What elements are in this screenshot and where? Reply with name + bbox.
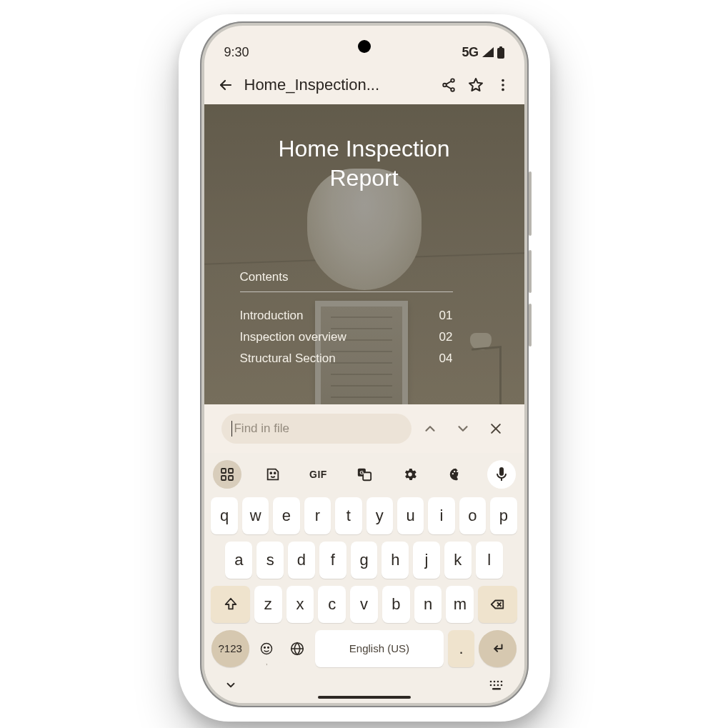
svg-rect-0: [497, 48, 504, 59]
settings-icon[interactable]: [396, 460, 424, 489]
signal-icon: [482, 46, 494, 58]
document-title: Home Inspection Report: [204, 134, 524, 194]
sticker-icon[interactable]: [259, 460, 287, 489]
palette-icon[interactable]: [442, 460, 470, 489]
more-icon[interactable]: [494, 76, 512, 94]
key-j[interactable]: j: [413, 542, 440, 579]
toc-row[interactable]: Introduction 01: [240, 305, 453, 326]
document-viewport[interactable]: Home Inspection Report Contents Introduc…: [204, 104, 524, 404]
contents-heading: Contents: [240, 270, 453, 292]
svg-point-24: [264, 647, 266, 648]
text-cursor: [231, 421, 233, 437]
key-backspace[interactable]: [478, 586, 517, 623]
key-f[interactable]: f: [319, 542, 346, 579]
svg-point-20: [457, 470, 458, 472]
star-icon[interactable]: [467, 76, 484, 94]
apps-icon[interactable]: [213, 460, 241, 489]
collapse-keyboard-icon[interactable]: [224, 679, 237, 692]
volume-up-button[interactable]: [529, 250, 532, 293]
key-u[interactable]: u: [397, 497, 424, 534]
svg-rect-22: [499, 467, 504, 476]
battery-icon: [497, 46, 504, 59]
svg-rect-9: [229, 469, 233, 473]
svg-point-18: [452, 472, 453, 474]
key-period[interactable]: .: [448, 630, 474, 667]
key-p[interactable]: p: [490, 497, 517, 534]
toc-page: 01: [439, 309, 453, 323]
status-time: 9:30: [224, 45, 249, 60]
key-z[interactable]: z: [254, 586, 282, 623]
keyboard-row-1: q w e r t y u i o p: [211, 497, 517, 534]
key-s[interactable]: s: [256, 542, 284, 579]
key-o[interactable]: o: [459, 497, 486, 534]
mic-icon[interactable]: [487, 460, 516, 489]
key-r[interactable]: r: [304, 497, 331, 534]
svg-point-29: [497, 680, 499, 682]
svg-point-19: [453, 470, 454, 472]
toc-row[interactable]: Inspection overview 02: [240, 326, 453, 348]
share-icon[interactable]: [440, 76, 457, 94]
keyboard-row-2: a s d f g h j k l: [211, 542, 517, 579]
find-prev-button[interactable]: [416, 414, 444, 443]
svg-point-13: [274, 472, 275, 474]
key-l[interactable]: l: [476, 542, 503, 579]
keyboard-switch-icon[interactable]: [489, 679, 504, 691]
key-space[interactable]: English (US): [315, 630, 444, 667]
back-icon[interactable]: [217, 76, 234, 94]
key-d[interactable]: d: [288, 542, 315, 579]
key-i[interactable]: i: [428, 497, 454, 534]
key-x[interactable]: x: [286, 586, 314, 623]
svg-rect-10: [221, 476, 226, 480]
key-q[interactable]: q: [211, 497, 237, 534]
status-right: 5G: [462, 45, 504, 60]
key-shift[interactable]: [211, 586, 249, 623]
key-k[interactable]: k: [444, 542, 472, 579]
find-input-wrap[interactable]: [221, 414, 412, 444]
svg-point-21: [458, 472, 459, 474]
key-enter[interactable]: [479, 630, 517, 667]
key-b[interactable]: b: [382, 586, 410, 623]
key-c[interactable]: c: [318, 586, 346, 623]
key-emoji[interactable]: ,: [254, 630, 280, 667]
gif-icon[interactable]: GIF: [304, 460, 333, 489]
svg-point-5: [502, 79, 504, 82]
key-y[interactable]: y: [367, 497, 393, 534]
svg-rect-8: [221, 469, 226, 473]
key-e[interactable]: e: [273, 497, 299, 534]
translate-icon[interactable]: G: [350, 460, 379, 489]
power-button[interactable]: [529, 171, 532, 236]
toc-row[interactable]: Structural Section 04: [240, 348, 453, 369]
find-next-button[interactable]: [449, 414, 477, 443]
find-input[interactable]: [234, 422, 401, 436]
find-close-button[interactable]: [482, 414, 510, 443]
toc-page: 02: [439, 330, 453, 344]
toc-label: Inspection overview: [240, 330, 346, 344]
toc-page: 04: [439, 351, 453, 366]
svg-point-32: [493, 684, 495, 686]
key-globe[interactable]: [284, 630, 311, 667]
svg-point-6: [502, 84, 504, 86]
home-indicator[interactable]: [318, 696, 411, 699]
status-network: 5G: [462, 45, 478, 60]
phone-frame: 9:30 5G Home_Inspection...: [200, 21, 529, 707]
keyboard-row-3: z x c v b n m: [211, 586, 517, 623]
volume-down-button[interactable]: [529, 304, 532, 346]
app-bar: Home_Inspection...: [204, 66, 524, 104]
key-t[interactable]: t: [335, 497, 361, 534]
key-m[interactable]: m: [446, 586, 474, 623]
key-h[interactable]: h: [382, 542, 409, 579]
key-symbols[interactable]: ?123: [211, 630, 249, 667]
keyboard-row-4: ?123 , English (US) .: [211, 630, 517, 667]
svg-rect-35: [492, 688, 501, 690]
screen: 9:30 5G Home_Inspection...: [204, 26, 524, 703]
svg-point-28: [493, 680, 495, 682]
key-g[interactable]: g: [351, 542, 378, 579]
key-n[interactable]: n: [414, 586, 442, 623]
table-of-contents: Contents Introduction 01 Inspection over…: [240, 270, 453, 369]
key-w[interactable]: w: [242, 497, 269, 534]
svg-point-25: [268, 647, 269, 648]
key-a[interactable]: a: [225, 542, 252, 579]
page-title: Home_Inspection...: [244, 76, 430, 94]
on-screen-keyboard: GIF G q w e: [204, 453, 524, 703]
key-v[interactable]: v: [350, 586, 378, 623]
